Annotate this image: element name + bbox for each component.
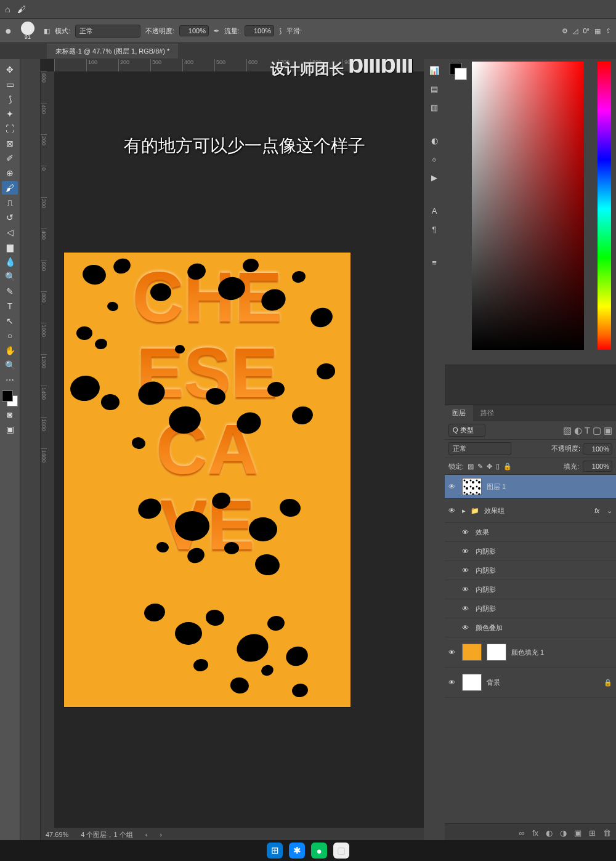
edit-toolbar[interactable]: ⋯ bbox=[2, 373, 18, 387]
zoom-level[interactable]: 47.69% bbox=[46, 831, 68, 838]
blend-mode-select[interactable]: 正常 bbox=[75, 25, 140, 38]
filter-type-icon[interactable]: T bbox=[585, 425, 590, 435]
eyedropper-tool[interactable]: ✐ bbox=[2, 152, 18, 165]
heal-tool[interactable]: ⊕ bbox=[2, 166, 18, 180]
filter-adjust-icon[interactable]: ◐ bbox=[574, 425, 582, 436]
visibility-icon[interactable]: 👁 bbox=[448, 483, 457, 490]
filter-type-select[interactable]: Q 类型 bbox=[448, 424, 485, 437]
info-icon[interactable]: ▥ bbox=[428, 101, 441, 113]
footer-icon[interactable]: ◐ bbox=[546, 828, 553, 838]
fx-badge[interactable]: fx bbox=[594, 507, 602, 514]
fill-value[interactable]: 100% bbox=[583, 461, 612, 472]
disclosure-icon[interactable]: ▸ bbox=[462, 507, 466, 515]
visibility-icon[interactable]: 👁 bbox=[462, 624, 471, 631]
tab-layers[interactable]: 图层 bbox=[445, 405, 473, 421]
filter-shape-icon[interactable]: ▢ bbox=[593, 425, 601, 436]
lock-move-icon[interactable]: ✥ bbox=[487, 463, 492, 471]
layer-name[interactable]: 图层 1 bbox=[487, 482, 506, 491]
brush-preset-picker[interactable]: 91 bbox=[17, 21, 39, 41]
layer-row-colorfill[interactable]: 👁 颜色填充 1 bbox=[445, 637, 616, 668]
start-icon[interactable]: ⊞ bbox=[267, 843, 283, 859]
airbrush-icon[interactable]: ⟆ bbox=[279, 27, 282, 35]
frame-tool[interactable]: ⊠ bbox=[2, 137, 18, 150]
lock-icon[interactable]: 🔒 bbox=[604, 679, 612, 687]
history-brush-tool[interactable]: ↺ bbox=[2, 211, 18, 224]
gradient-tool[interactable]: ▆ bbox=[2, 240, 18, 254]
visibility-icon[interactable]: 👁 bbox=[448, 649, 457, 656]
angle-value[interactable]: 0° bbox=[583, 27, 590, 34]
pen-tool[interactable]: ✎ bbox=[2, 285, 18, 298]
lasso-tool[interactable]: ⟆ bbox=[2, 92, 18, 106]
collapsed-dock[interactable] bbox=[20, 59, 41, 841]
wand-tool[interactable]: ✦ bbox=[2, 107, 18, 121]
lock-artboard-icon[interactable]: ▯ bbox=[496, 463, 500, 471]
para-icon[interactable]: ¶ bbox=[428, 223, 441, 235]
foreground-swatch[interactable] bbox=[2, 390, 13, 402]
styles-icon[interactable]: ⟐ bbox=[428, 153, 441, 165]
brush-preset-icon[interactable]: 🖌 bbox=[17, 4, 26, 14]
fx-innershadow-1[interactable]: 👁内阴影 bbox=[445, 542, 616, 561]
windows-taskbar[interactable]: ⊞ ✱ ● ▢ bbox=[0, 840, 616, 861]
visibility-icon[interactable]: 👁 bbox=[462, 567, 471, 574]
layer-name[interactable]: 效果组 bbox=[484, 506, 505, 515]
path-select-tool[interactable]: ↖ bbox=[2, 314, 18, 328]
lock-pixels-icon[interactable]: ▨ bbox=[468, 463, 474, 471]
footer-icon[interactable]: ▣ bbox=[574, 828, 582, 838]
dodge-tool[interactable]: 🔍 bbox=[2, 270, 18, 283]
crop-tool[interactable]: ⛶ bbox=[2, 122, 18, 135]
nav-right-icon[interactable]: › bbox=[160, 831, 162, 838]
visibility-icon[interactable]: 👁 bbox=[448, 507, 457, 514]
symmetry-icon[interactable]: ▦ bbox=[594, 27, 601, 35]
color-swatches[interactable] bbox=[2, 390, 18, 406]
filter-pixel-icon[interactable]: ▧ bbox=[563, 425, 572, 436]
layer-name[interactable]: 背景 bbox=[487, 678, 500, 687]
app-icon-1[interactable]: ✱ bbox=[289, 843, 305, 859]
visibility-icon[interactable]: 👁 bbox=[462, 586, 471, 593]
fx-header[interactable]: 👁 效果 bbox=[445, 523, 616, 542]
visibility-icon[interactable]: 👁 bbox=[462, 528, 471, 536]
layer-opacity-value[interactable]: 100% bbox=[583, 443, 612, 455]
sliders-icon[interactable]: ≡ bbox=[428, 256, 441, 269]
adjust-icon[interactable]: ◐ bbox=[428, 134, 441, 147]
visibility-icon[interactable]: 👁 bbox=[462, 548, 471, 555]
pressure-opacity-icon[interactable]: ✒ bbox=[214, 27, 219, 35]
flow-value[interactable]: 100% bbox=[245, 25, 274, 36]
document-canvas[interactable]: CHE ESE CA VE bbox=[64, 253, 351, 707]
fx-innershadow-2[interactable]: 👁内阴影 bbox=[445, 561, 616, 580]
nav-left-icon[interactable]: ‹ bbox=[145, 831, 148, 838]
brush-tool[interactable]: 🖌 bbox=[2, 181, 18, 195]
move-tool[interactable]: ✥ bbox=[2, 63, 18, 76]
footer-icon[interactable]: ⊞ bbox=[589, 828, 596, 838]
marquee-tool[interactable]: ▭ bbox=[2, 78, 18, 91]
layer-name[interactable]: 颜色填充 1 bbox=[511, 648, 544, 657]
brush-panel-icon[interactable]: ◧ bbox=[44, 27, 50, 35]
angle-icon[interactable]: ◿ bbox=[573, 27, 578, 35]
char-icon[interactable]: A bbox=[428, 204, 441, 217]
saturation-field[interactable] bbox=[472, 62, 584, 350]
fx-innershadow-4[interactable]: 👁内阴影 bbox=[445, 599, 616, 618]
play-icon[interactable]: ▶ bbox=[428, 171, 441, 184]
app-icon-2[interactable]: ● bbox=[311, 843, 327, 859]
footer-icon[interactable]: ◑ bbox=[560, 828, 567, 838]
lock-all-icon[interactable]: 🔒 bbox=[503, 463, 512, 471]
chevron-down-icon[interactable]: ⌄ bbox=[607, 507, 612, 515]
lock-brush-icon[interactable]: ✎ bbox=[477, 463, 483, 471]
hand-tool[interactable]: ✋ bbox=[2, 344, 18, 357]
histogram-icon[interactable]: 📊 bbox=[428, 64, 441, 76]
footer-icon[interactable]: 🗑 bbox=[603, 828, 611, 838]
fx-coloroverlay[interactable]: 👁颜色叠加 bbox=[445, 618, 616, 637]
home-icon[interactable]: ⌂ bbox=[5, 4, 10, 14]
blur-tool[interactable]: 💧 bbox=[2, 255, 18, 269]
gear-icon[interactable]: ⚙ bbox=[562, 27, 568, 35]
app-icon-3[interactable]: ▢ bbox=[333, 843, 349, 859]
filter-smart-icon[interactable]: ▣ bbox=[604, 425, 612, 436]
visibility-icon[interactable]: 👁 bbox=[462, 605, 471, 612]
zoom-tool[interactable]: 🔍 bbox=[2, 358, 18, 372]
quickmask-tool[interactable]: ◙ bbox=[2, 408, 18, 421]
screenmode-tool[interactable]: ▣ bbox=[2, 422, 18, 436]
share-icon[interactable]: ⇪ bbox=[606, 27, 611, 35]
shape-tool[interactable]: ○ bbox=[2, 329, 18, 342]
fx-innershadow-3[interactable]: 👁内阴影 bbox=[445, 580, 616, 599]
document-tab[interactable]: 未标题-1 @ 47.7% (图层 1, RGB/8#) * bbox=[47, 44, 178, 59]
nav-icon[interactable]: ▤ bbox=[428, 83, 441, 95]
